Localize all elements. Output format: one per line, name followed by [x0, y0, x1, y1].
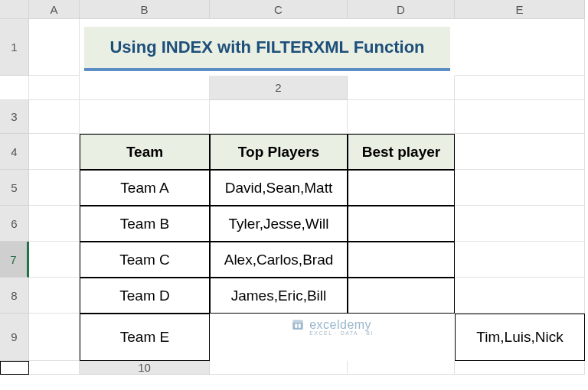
cell[interactable] [455, 361, 585, 375]
cell[interactable] [29, 170, 80, 206]
row-header-4[interactable]: 4 [0, 134, 29, 170]
table-row[interactable] [348, 170, 455, 206]
table-row[interactable]: Team B [80, 206, 210, 242]
table-row[interactable] [348, 206, 455, 242]
cell[interactable] [29, 361, 80, 375]
table-row[interactable]: Team A [80, 170, 210, 206]
cell[interactable] [348, 100, 455, 134]
cell[interactable] [455, 278, 585, 314]
table-row[interactable]: Team E [80, 314, 210, 361]
cell[interactable] [29, 19, 80, 76]
cell[interactable] [210, 100, 348, 134]
svg-rect-0 [292, 322, 303, 330]
col-header-E[interactable]: E [455, 0, 585, 19]
table-row[interactable]: Team C [80, 242, 210, 278]
col-header-C[interactable]: C [210, 0, 348, 19]
table-row[interactable] [348, 242, 455, 278]
svg-rect-1 [292, 320, 303, 323]
cell[interactable] [29, 314, 80, 361]
row-header-2[interactable]: 2 [210, 76, 348, 100]
cell[interactable] [29, 100, 80, 134]
col-header-B[interactable]: B [80, 0, 210, 19]
brand-watermark: exceldemy EXCEL · DATA · BI [210, 314, 455, 361]
cell[interactable] [0, 76, 29, 100]
col-header-A[interactable]: A [29, 0, 80, 19]
cell[interactable] [29, 206, 80, 242]
brand-text: exceldemy EXCEL · DATA · BI [309, 318, 374, 336]
cell[interactable] [455, 76, 585, 100]
col-header-D[interactable]: D [348, 0, 455, 19]
table-row[interactable] [0, 361, 29, 375]
cell[interactable] [210, 361, 348, 375]
page-title: Using INDEX with FILTERXML Function [109, 37, 424, 57]
cell[interactable] [80, 100, 210, 134]
cell[interactable] [455, 170, 585, 206]
table-row[interactable]: Team D [80, 278, 210, 314]
svg-rect-3 [299, 324, 301, 328]
cell[interactable] [80, 76, 210, 100]
cell[interactable] [455, 100, 585, 134]
row-header-5[interactable]: 5 [0, 170, 29, 206]
select-all-corner[interactable] [0, 0, 29, 19]
cell[interactable] [455, 19, 585, 76]
row-header-3[interactable]: 3 [0, 100, 29, 134]
brand-tag: EXCEL · DATA · BI [309, 330, 374, 336]
row-header-7[interactable]: 7 [0, 242, 29, 278]
row-header-10[interactable]: 10 [80, 361, 210, 375]
cell[interactable] [348, 361, 455, 375]
cell[interactable] [29, 76, 80, 100]
table-row[interactable]: Tim,Luis,Nick [455, 314, 585, 361]
row-header-8[interactable]: 8 [0, 278, 29, 314]
row-header-6[interactable]: 6 [0, 206, 29, 242]
table-header-top-players[interactable]: Top Players [210, 134, 348, 170]
row-header-9[interactable]: 9 [0, 314, 29, 361]
cell[interactable] [455, 242, 585, 278]
table-row[interactable]: James,Eric,Bill [210, 278, 348, 314]
cell[interactable] [29, 278, 80, 314]
cell[interactable] [29, 242, 80, 278]
svg-rect-2 [295, 324, 297, 328]
cell[interactable] [29, 134, 80, 170]
table-header-best-player[interactable]: Best player [348, 134, 455, 170]
table-row[interactable] [348, 278, 455, 314]
cell[interactable] [455, 134, 585, 170]
table-header-team[interactable]: Team [80, 134, 210, 170]
row-header-1[interactable]: 1 [0, 19, 29, 76]
cell[interactable] [348, 76, 455, 100]
brand-icon [291, 318, 305, 332]
spreadsheet-grid: A B C D E 1 2 Using INDEX with FILTERXML… [0, 0, 588, 375]
table-row[interactable]: Alex,Carlos,Brad [210, 242, 348, 278]
title-banner: Using INDEX with FILTERXML Function [84, 27, 450, 71]
table-row[interactable]: David,Sean,Matt [210, 170, 348, 206]
cell[interactable] [455, 206, 585, 242]
table-row[interactable]: Tyler,Jesse,Will [210, 206, 348, 242]
